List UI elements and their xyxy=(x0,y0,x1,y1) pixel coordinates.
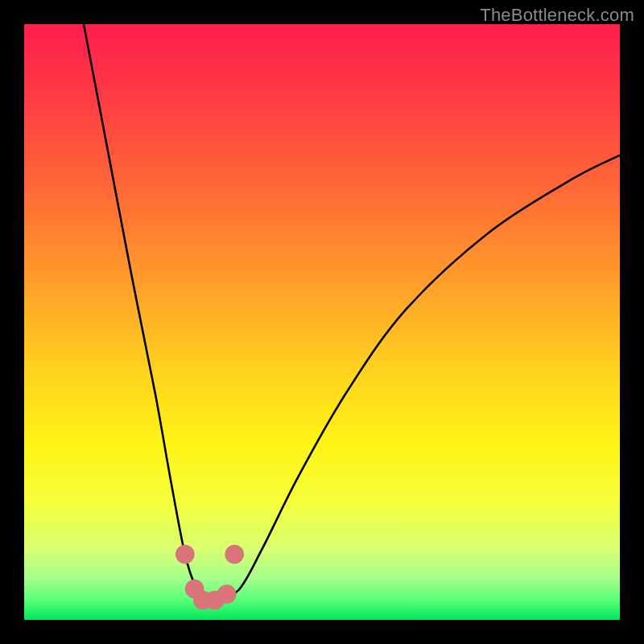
marker-a xyxy=(175,545,195,564)
outer-frame: TheBottleneck.com xyxy=(0,0,644,644)
marker-group xyxy=(175,545,244,610)
marker-e xyxy=(217,584,237,604)
watermark-text: TheBottleneck.com xyxy=(480,5,634,26)
plot-area xyxy=(24,24,620,620)
bottleneck-curve xyxy=(84,24,620,602)
curve-layer xyxy=(24,24,620,620)
marker-f xyxy=(225,545,244,564)
